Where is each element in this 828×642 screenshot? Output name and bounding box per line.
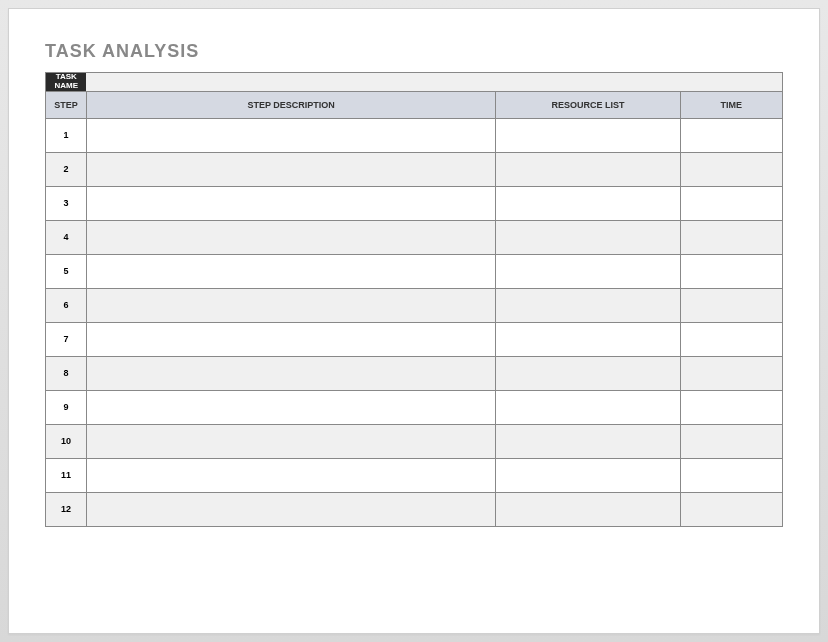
resource-list (496, 356, 680, 390)
header-time: TIME (680, 91, 782, 118)
resource-list (496, 288, 680, 322)
table-row: 10 (46, 424, 783, 458)
step-description (86, 424, 495, 458)
resource-list (496, 424, 680, 458)
header-resource: RESOURCE LIST (496, 91, 680, 118)
document-page: TASK ANALYSIS TASK NAME STEP STEP DESCRI… (8, 8, 820, 634)
table-row: 9 (46, 390, 783, 424)
step-description (86, 186, 495, 220)
table-row: 6 (46, 288, 783, 322)
time-cell (680, 254, 782, 288)
task-analysis-table: TASK NAME STEP STEP DESCRIPTION RESOURCE… (45, 72, 783, 527)
step-number: 3 (46, 186, 87, 220)
step-number: 7 (46, 322, 87, 356)
time-cell (680, 118, 782, 152)
time-cell (680, 322, 782, 356)
step-description (86, 152, 495, 186)
page-title: TASK ANALYSIS (45, 41, 783, 62)
time-cell (680, 152, 782, 186)
resource-list (496, 458, 680, 492)
step-number: 12 (46, 492, 87, 526)
column-header-row: STEP STEP DESCRIPTION RESOURCE LIST TIME (46, 91, 783, 118)
time-cell (680, 458, 782, 492)
header-description: STEP DESCRIPTION (86, 91, 495, 118)
step-description (86, 322, 495, 356)
resource-list (496, 390, 680, 424)
step-number: 2 (46, 152, 87, 186)
header-step: STEP (46, 91, 87, 118)
resource-list (496, 152, 680, 186)
resource-list (496, 254, 680, 288)
time-cell (680, 186, 782, 220)
task-name-line2: NAME (54, 81, 78, 90)
resource-list (496, 118, 680, 152)
resource-list (496, 186, 680, 220)
step-number: 10 (46, 424, 87, 458)
resource-list (496, 492, 680, 526)
task-name-value (86, 73, 782, 92)
table-row: 12 (46, 492, 783, 526)
time-cell (680, 288, 782, 322)
step-description (86, 254, 495, 288)
time-cell (680, 220, 782, 254)
time-cell (680, 424, 782, 458)
step-number: 9 (46, 390, 87, 424)
task-name-line1: TASK (56, 72, 77, 81)
table-row: 7 (46, 322, 783, 356)
table-row: 3 (46, 186, 783, 220)
task-name-row: TASK NAME (46, 73, 783, 92)
step-number: 4 (46, 220, 87, 254)
step-number: 1 (46, 118, 87, 152)
table-row: 4 (46, 220, 783, 254)
task-name-label: TASK NAME (46, 73, 87, 92)
table-row: 11 (46, 458, 783, 492)
step-description (86, 458, 495, 492)
time-cell (680, 492, 782, 526)
step-number: 8 (46, 356, 87, 390)
step-description (86, 356, 495, 390)
step-description (86, 288, 495, 322)
step-description (86, 492, 495, 526)
step-number: 11 (46, 458, 87, 492)
table-row: 1 (46, 118, 783, 152)
step-description (86, 390, 495, 424)
step-number: 5 (46, 254, 87, 288)
time-cell (680, 390, 782, 424)
step-description (86, 220, 495, 254)
time-cell (680, 356, 782, 390)
resource-list (496, 322, 680, 356)
step-description (86, 118, 495, 152)
resource-list (496, 220, 680, 254)
table-row: 8 (46, 356, 783, 390)
table-row: 2 (46, 152, 783, 186)
table-row: 5 (46, 254, 783, 288)
step-number: 6 (46, 288, 87, 322)
